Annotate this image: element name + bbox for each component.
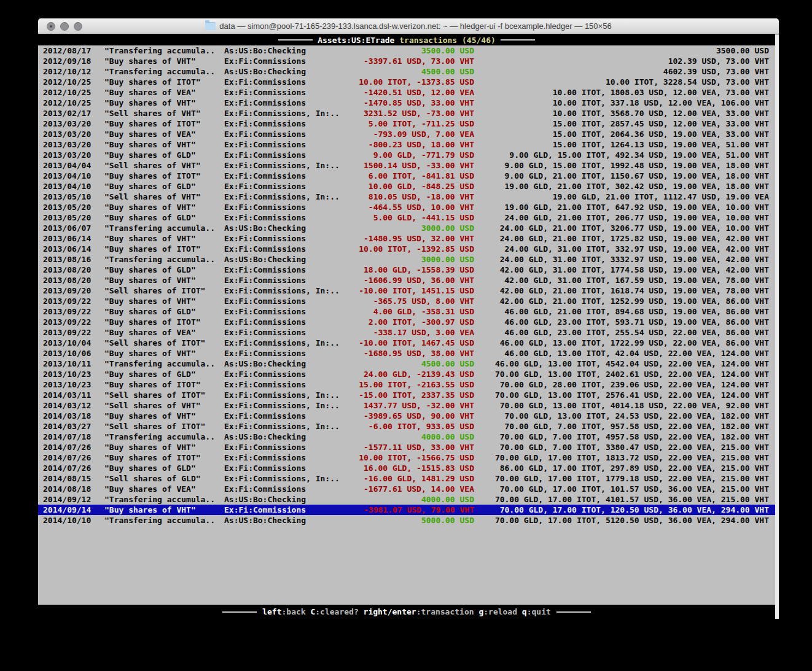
table-row[interactable]: 2013/06/14 "Buy shares of ITOT" Ex:Fi:Co… (38, 244, 775, 254)
table-row[interactable]: 2012/10/25 "Buy shares of VEA" Ex:Fi:Com… (38, 87, 775, 98)
cell-date: 2013/06/07 (43, 223, 104, 233)
table-row[interactable]: 2013/08/16 "Transfering accumula.. As:US… (38, 254, 775, 265)
cell-running-balance: 15.00 ITOT, 2064.36 USD, 19.00 VEA, 33.0… (474, 130, 769, 139)
table-row[interactable]: 2014/10/10 "Transfering accumula.. As:US… (38, 515, 775, 526)
cell-description: "Transfering accumula.. (104, 495, 224, 504)
table-row[interactable]: 2013/04/10 "Buy shares of GLD" Ex:Fi:Com… (38, 181, 775, 192)
cell-other-accounts: Ex:Fi:Commissions (224, 453, 356, 462)
cell-date: 2013/03/20 (43, 119, 104, 128)
table-row[interactable]: 2014/07/26 "Buy shares of GLD" Ex:Fi:Com… (38, 463, 775, 473)
hledger-main: Assets:US:ETrade transactions (45/46) 20… (38, 34, 775, 619)
table-row[interactable]: 2014/03/18 "Buy shares of VHT" Ex:Fi:Com… (38, 411, 775, 421)
cell-other-accounts: Ex:Fi:Commissions, In:.. (224, 338, 356, 347)
table-row[interactable]: 2013/09/22 "Buy shares of VHT" Ex:Fi:Com… (38, 296, 775, 306)
cell-date: 2014/03/11 (43, 390, 104, 400)
cell-other-accounts: Ex:Fi:Commissions (224, 411, 356, 421)
cell-amount: 4500.00 USD (356, 359, 474, 368)
table-row[interactable]: 2012/10/25 "Buy shares of ITOT" Ex:Fi:Co… (38, 77, 775, 87)
table-row[interactable]: 2013/08/20 "Buy shares of GLD" Ex:Fi:Com… (38, 265, 775, 275)
table-row[interactable]: 2013/09/22 "Buy shares of ITOT" Ex:Fi:Co… (38, 317, 775, 327)
table-row[interactable]: 2013/06/07 "Transfering accumula.. As:US… (38, 223, 775, 233)
window-titlebar[interactable]: data — simon@pool-71-165-239-133.lsanca.… (38, 18, 779, 34)
close-button[interactable] (47, 22, 55, 31)
cell-description: "Buy shares of ITOT" (104, 119, 224, 128)
cell-description: "Transfering accumula.. (104, 223, 224, 233)
cell-amount: 24.00 GLD, -2139.43 USD (356, 370, 474, 379)
window-title: data — simon@pool-71-165-239-133.lsanca.… (205, 21, 611, 31)
cell-description: "Buy shares of GLD" (104, 213, 224, 222)
table-row[interactable]: 2012/08/17 "Transfering accumula.. As:US… (38, 45, 775, 56)
table-row[interactable]: 2013/09/22 "Buy shares of VEA" Ex:Fi:Com… (38, 327, 775, 338)
table-row[interactable]: 2013/05/20 "Buy shares of GLD" Ex:Fi:Com… (38, 212, 775, 223)
table-row[interactable]: 2012/10/25 "Buy shares of VHT" Ex:Fi:Com… (38, 98, 775, 108)
cell-running-balance: 46.00 GLD, 23.00 ITOT, 593.71 USD, 19.00… (474, 317, 769, 327)
cell-description: "Buy shares of VHT" (104, 297, 224, 306)
table-row[interactable]: 2013/04/04 "Sell shares of VHT" Ex:Fi:Co… (38, 160, 775, 171)
cell-running-balance: 70.00 GLD, 17.00 ITOT, 1813.72 USD, 22.0… (474, 453, 769, 462)
table-row[interactable]: 2013/09/20 "Sell shares of ITOT" Ex:Fi:C… (38, 285, 775, 296)
table-row[interactable]: 2014/08/18 "Buy shares of VEA" Ex:Fi:Com… (38, 484, 775, 494)
cell-date: 2014/10/10 (43, 516, 104, 525)
table-row[interactable]: 2014/07/18 "Transfering accumula.. As:US… (38, 432, 775, 442)
minimize-button[interactable] (60, 22, 69, 31)
cell-running-balance: 10.00 ITOT, 1808.03 USD, 12.00 VEA, 73.0… (474, 88, 769, 97)
table-row[interactable]: 2013/03/20 "Buy shares of VEA" Ex:Fi:Com… (38, 129, 775, 139)
cell-description: "Sell shares of ITOT" (104, 422, 224, 431)
table-row[interactable]: 2013/02/17 "Sell shares of VHT" Ex:Fi:Co… (38, 108, 775, 118)
cell-description: "Sell shares of VHT" (104, 401, 224, 410)
cell-running-balance: 46.00 GLD, 21.00 ITOT, 894.68 USD, 19.00… (474, 307, 769, 316)
cell-date: 2013/06/14 (43, 234, 104, 243)
cell-other-accounts: Ex:Fi:Commissions (224, 307, 356, 316)
table-row[interactable]: 2013/10/04 "Sell shares of ITOT" Ex:Fi:C… (38, 338, 775, 348)
table-row[interactable]: 2014/03/27 "Sell shares of ITOT" Ex:Fi:C… (38, 421, 775, 432)
table-row[interactable]: 2013/09/22 "Buy shares of GLD" Ex:Fi:Com… (38, 306, 775, 317)
cell-description: "Buy shares of ITOT" (104, 317, 224, 327)
cell-date: 2013/10/06 (43, 349, 104, 358)
table-row[interactable]: 2013/05/20 "Buy shares of VHT" Ex:Fi:Com… (38, 202, 775, 212)
table-row[interactable]: 2013/04/10 "Buy shares of ITOT" Ex:Fi:Co… (38, 171, 775, 181)
table-row[interactable]: 2014/08/15 "Sell shares of GLD" Ex:Fi:Co… (38, 473, 775, 484)
table-row[interactable]: 2013/08/20 "Buy shares of VHT" Ex:Fi:Com… (38, 275, 775, 285)
table-row[interactable]: 2013/03/20 "Buy shares of VHT" Ex:Fi:Com… (38, 139, 775, 150)
scrollbar[interactable] (775, 34, 779, 619)
cell-date: 2012/08/17 (43, 46, 104, 55)
cell-date: 2013/08/20 (43, 265, 104, 274)
cell-amount: 1437.77 USD, -32.00 VHT (356, 401, 474, 410)
table-row[interactable]: 2013/05/10 "Sell shares of VHT" Ex:Fi:Co… (38, 192, 775, 202)
table-row[interactable]: 2013/06/14 "Buy shares of VHT" Ex:Fi:Com… (38, 233, 775, 244)
cell-date: 2013/05/10 (43, 192, 104, 201)
table-row[interactable]: 2014/09/12 "Transfering accumula.. As:US… (38, 494, 775, 505)
table-row[interactable]: 2013/10/11 "Transfering accumula.. As:US… (38, 359, 775, 369)
table-row[interactable]: 2012/09/18 "Buy shares of VHT" Ex:Fi:Com… (38, 56, 775, 66)
table-row[interactable]: 2014/03/11 "Sell shares of ITOT" Ex:Fi:C… (38, 390, 775, 400)
table-row[interactable]: 2013/10/23 "Buy shares of GLD" Ex:Fi:Com… (38, 369, 775, 379)
cell-running-balance: 70.00 GLD, 28.00 ITOT, 239.06 USD, 22.00… (474, 380, 769, 389)
table-row[interactable]: 2014/07/26 "Buy shares of VHT" Ex:Fi:Com… (38, 442, 775, 452)
cell-running-balance: 19.00 GLD, 21.00 ITOT, 647.92 USD, 19.00… (474, 203, 769, 212)
cell-running-balance: 70.00 GLD, 13.00 ITOT, 2576.41 USD, 22.0… (474, 390, 769, 400)
table-row[interactable]: 2013/03/20 "Buy shares of GLD" Ex:Fi:Com… (38, 150, 775, 160)
table-row[interactable]: 2014/07/26 "Buy shares of ITOT" Ex:Fi:Co… (38, 452, 775, 463)
table-row[interactable]: 2014/09/14 "Buy shares of VHT" Ex:Fi:Com… (38, 505, 775, 515)
cell-amount: -1677.61 USD, 14.00 VEA (356, 484, 474, 494)
cell-amount: 10.00 ITOT, -1392.85 USD (356, 244, 474, 254)
table-row[interactable]: 2013/03/20 "Buy shares of ITOT" Ex:Fi:Co… (38, 118, 775, 129)
cell-description: "Transfering accumula.. (104, 67, 224, 76)
zoom-button[interactable] (74, 22, 82, 31)
cell-other-accounts: As:US:Bo:Checking (224, 255, 356, 264)
cell-other-accounts: As:US:Bo:Checking (224, 46, 356, 55)
table-row[interactable]: 2013/10/06 "Buy shares of VHT" Ex:Fi:Com… (38, 348, 775, 359)
cell-description: "Transfering accumula.. (104, 46, 224, 55)
cell-other-accounts: Ex:Fi:Commissions, In:.. (224, 390, 356, 400)
table-row[interactable]: 2014/03/12 "Sell shares of VHT" Ex:Fi:Co… (38, 400, 775, 411)
table-row[interactable]: 2012/10/12 "Transfering accumula.. As:US… (38, 66, 775, 77)
cell-description: "Buy shares of GLD" (104, 265, 224, 274)
cell-amount: 3231.52 USD, -73.00 VHT (356, 109, 474, 118)
cell-running-balance: 19.00 GLD, 21.00 ITOT, 302.42 USD, 19.00… (474, 182, 769, 191)
cell-running-balance: 24.00 GLD, 31.00 ITOT, 3332.97 USD, 19.0… (474, 255, 769, 264)
cell-running-balance: 42.00 GLD, 21.00 ITOT, 1618.74 USD, 19.0… (474, 286, 769, 295)
cell-running-balance: 46.00 GLD, 23.00 ITOT, 255.54 USD, 22.00… (474, 328, 769, 337)
table-row[interactable]: 2013/10/23 "Buy shares of ITOT" Ex:Fi:Co… (38, 379, 775, 390)
cell-date: 2013/09/22 (43, 297, 104, 306)
cell-date: 2013/03/20 (43, 140, 104, 149)
